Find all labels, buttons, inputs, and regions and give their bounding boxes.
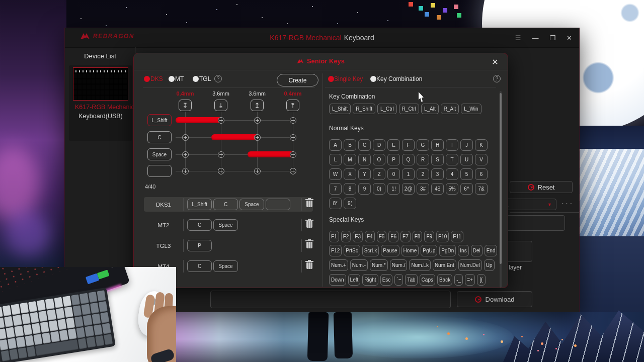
key-button[interactable]: Num./	[390, 259, 408, 271]
key-button[interactable]: D	[373, 139, 385, 151]
maximize-icon[interactable]: ❐	[549, 34, 555, 42]
key-button[interactable]: 2@	[402, 183, 415, 195]
create-button[interactable]: Create	[277, 74, 318, 86]
key-button[interactable]: V	[475, 154, 488, 165]
up-from-bar-icon[interactable]: ↥	[251, 100, 264, 111]
grid-point[interactable]	[218, 168, 224, 174]
key-button[interactable]: F7	[400, 231, 411, 242]
actuation-bar[interactable]	[176, 117, 222, 123]
key-button[interactable]: ScrLk	[362, 245, 379, 256]
key-button[interactable]: Del	[471, 245, 482, 256]
key-button[interactable]: F12	[329, 245, 342, 256]
binding-key[interactable]: Space	[213, 219, 238, 231]
key-button[interactable]: 4$	[431, 183, 444, 195]
key-button[interactable]: 3#	[417, 183, 429, 195]
key-button[interactable]: PrtSc	[344, 245, 360, 256]
binding-key[interactable]: L_Shift	[187, 199, 212, 210]
key-button[interactable]: 0	[387, 168, 400, 180]
key-button[interactable]: 0)	[373, 183, 385, 195]
key-button[interactable]: U	[460, 154, 473, 165]
grid-point[interactable]	[182, 151, 189, 158]
key-button[interactable]: =+	[465, 274, 475, 286]
key-button[interactable]: F2	[341, 231, 351, 242]
key-button[interactable]: L	[329, 154, 342, 165]
key-button[interactable]: 6^	[460, 183, 473, 195]
grid-point[interactable]	[290, 117, 296, 124]
grid-point[interactable]	[182, 168, 189, 174]
binding-key[interactable]: C	[187, 260, 212, 272]
down-to-bar-icon[interactable]: ⤓	[214, 100, 227, 111]
key-button[interactable]: -_	[454, 274, 463, 286]
key-button[interactable]: R_Shift	[353, 104, 375, 114]
device-card[interactable]: K617-RGB Mechanical Keyboard(USB)	[69, 65, 132, 141]
key-button[interactable]: P	[387, 154, 400, 165]
actuation-bar[interactable]	[211, 134, 258, 140]
key-button[interactable]: F8	[413, 231, 423, 242]
target-radio-key-combination[interactable]	[370, 76, 376, 82]
key-button[interactable]: G	[417, 139, 429, 151]
key-button[interactable]: 9(	[344, 198, 356, 209]
mode-radio-dks[interactable]	[144, 76, 150, 82]
key-button[interactable]: F10	[436, 231, 449, 242]
key-button[interactable]: F	[402, 139, 415, 151]
key-button[interactable]: T	[446, 154, 458, 165]
key-button[interactable]: Up	[484, 259, 495, 271]
key-button[interactable]: Home	[401, 245, 419, 256]
help-icon[interactable]: ?	[493, 75, 501, 82]
menu-icon[interactable]: ☰	[515, 34, 521, 42]
key-button[interactable]: 8*	[329, 198, 342, 209]
key-button[interactable]: R_Alt	[441, 104, 459, 114]
key-button[interactable]: Num.-	[350, 259, 368, 271]
key-button[interactable]: End	[485, 245, 498, 256]
key-button[interactable]: 2	[417, 168, 429, 180]
key-button[interactable]: F9	[424, 231, 434, 242]
key-button[interactable]: Y	[358, 168, 371, 180]
key-button[interactable]: [{	[477, 274, 486, 286]
grid-point[interactable]	[182, 134, 189, 141]
key-button[interactable]: Left	[348, 274, 361, 286]
binding-row[interactable]: MT2CSpace	[144, 218, 313, 232]
binding-key[interactable]: C	[213, 199, 238, 210]
key-button[interactable]: R	[417, 154, 429, 165]
grid-point[interactable]	[290, 168, 296, 174]
bottom-status-box[interactable]	[210, 291, 451, 308]
key-button[interactable]: L_Shift	[329, 104, 351, 114]
trash-icon[interactable]	[306, 242, 312, 248]
grid-point[interactable]	[290, 151, 296, 158]
key-button[interactable]: L_Ctrl	[377, 104, 397, 114]
key-button[interactable]: Num.+	[329, 259, 348, 271]
binding-key[interactable]: P	[187, 240, 212, 251]
key-button[interactable]: PgUp	[421, 245, 437, 256]
key-button[interactable]: F1	[329, 231, 339, 242]
key-button[interactable]: L_Win	[461, 104, 481, 114]
key-button[interactable]: 7	[329, 183, 342, 195]
key-button[interactable]: Tab	[405, 274, 417, 286]
key-button[interactable]: S	[431, 154, 444, 165]
key-button[interactable]: E	[387, 139, 400, 151]
key-button[interactable]: Caps	[420, 274, 435, 286]
key-button[interactable]: Ins	[458, 245, 468, 256]
key-button[interactable]: 5	[460, 168, 473, 180]
binding-key[interactable]	[266, 199, 290, 210]
key-button[interactable]: B	[344, 139, 356, 151]
key-button[interactable]: 4	[446, 168, 458, 180]
key-button[interactable]: R_Ctrl	[399, 104, 419, 114]
key-button[interactable]: L_Alt	[421, 104, 439, 114]
key-button[interactable]: C	[358, 139, 371, 151]
key-button[interactable]: F4	[365, 231, 375, 242]
scrollbar-thumb[interactable]	[500, 93, 502, 264]
reset-button[interactable]: Reset	[510, 181, 573, 193]
binding-row[interactable]: DKS1L_ShiftCSpace	[144, 197, 313, 212]
minimize-icon[interactable]: —	[532, 34, 538, 42]
key-button[interactable]: `~	[394, 274, 403, 286]
mode-radio-tgl[interactable]	[193, 76, 199, 82]
grid-point[interactable]	[218, 151, 224, 158]
key-button[interactable]: F11	[451, 231, 463, 242]
trash-icon[interactable]	[306, 221, 312, 228]
binding-key[interactable]: Space	[213, 260, 238, 272]
mode-radio-mt[interactable]	[169, 76, 175, 82]
key-button[interactable]: 7&	[475, 183, 488, 195]
key-button[interactable]: Pause	[381, 245, 399, 256]
key-button[interactable]: Q	[402, 154, 415, 165]
grid-point[interactable]	[218, 117, 224, 124]
